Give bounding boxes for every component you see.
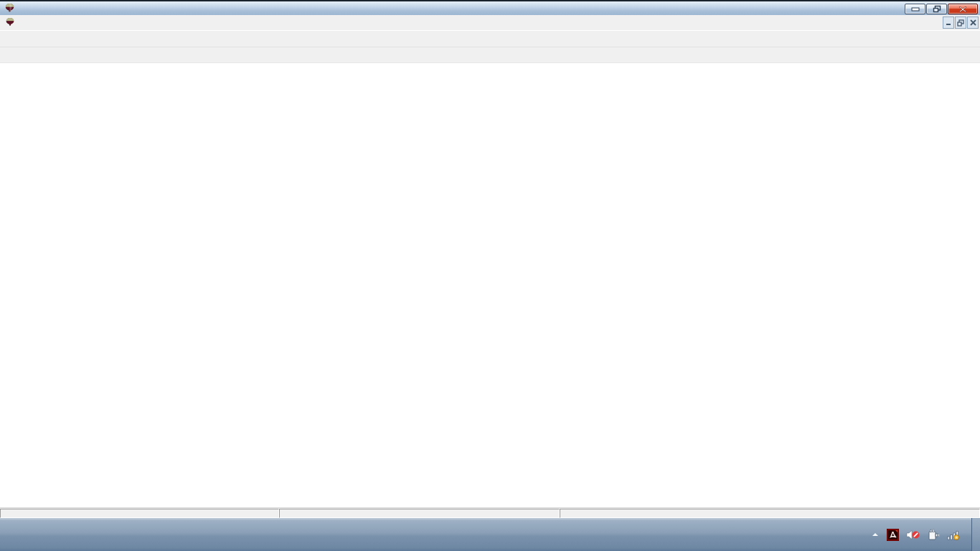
show-desktop-button[interactable] (971, 518, 980, 551)
freeship-app-icon (4, 3, 15, 14)
menu-bar (0, 15, 980, 30)
mdi-restore-button[interactable] (955, 17, 966, 29)
power-plug-tray-icon[interactable] (928, 529, 940, 541)
screen (0, 0, 980, 551)
mdi-minimize-button[interactable] (943, 17, 954, 29)
drawing-canvas[interactable] (0, 64, 980, 507)
acrobat-tray-icon[interactable] (887, 529, 899, 541)
close-button[interactable] (948, 4, 978, 14)
mdi-close-button[interactable] (967, 17, 979, 29)
minimize-button[interactable] (905, 4, 925, 14)
title-bar (0, 0, 980, 15)
view-toolbar (0, 47, 980, 63)
lines-plan-drawing (0, 64, 980, 507)
network-tray-icon[interactable] (947, 529, 961, 541)
status-undo-memory (0, 509, 279, 518)
hidden-icons-chevron[interactable] (871, 532, 880, 537)
taskbar (0, 518, 980, 551)
status-zoom-distance (279, 509, 560, 518)
main-toolbar (0, 30, 980, 47)
volume-muted-tray-icon[interactable] (906, 529, 920, 541)
restore-button[interactable] (926, 4, 947, 14)
document-icon (5, 17, 15, 27)
status-bar (0, 507, 980, 518)
status-model-stats (560, 509, 980, 518)
